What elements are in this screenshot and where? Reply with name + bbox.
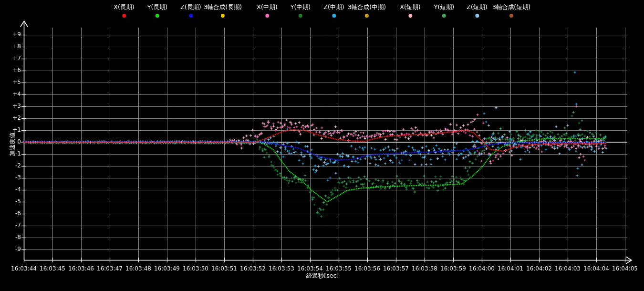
legend-color-dot-icon [156, 14, 159, 18]
y-tick-label: -5 [5, 198, 21, 205]
y-tick-label: +1 [5, 126, 21, 133]
legend-item: X(長期) [114, 4, 134, 20]
x-tick-label: 16:03:49 [152, 265, 182, 272]
y-tick-label: -3 [5, 174, 21, 181]
legend-label: Z(中期) [323, 4, 344, 10]
y-tick-label: 0 [5, 138, 21, 145]
legend-label: Y(中期) [291, 4, 311, 10]
x-tick-label: 16:03:46 [66, 265, 96, 272]
acceleration-chart-window: X(長期)Y(長期)Z(長期)3軸合成(長期)X(中期)Y(中期)Z(中期)3軸… [0, 0, 644, 291]
legend-item: Y(中期) [291, 4, 311, 20]
y-tick-label: -7 [5, 222, 21, 229]
y-tick-label: -9 [5, 246, 21, 252]
legend-item: Z(短期) [467, 4, 487, 20]
y-tick-label: -8 [5, 234, 21, 240]
y-tick-label: +8 [5, 43, 21, 50]
y-tick-label: +2 [5, 114, 21, 121]
y-tick-label: -1 [5, 150, 21, 157]
legend-item: 3軸合成(短期) [492, 4, 530, 20]
x-axis-title: 経過秒[sec] [294, 272, 351, 280]
legend-item: Z(長期) [180, 4, 201, 20]
legend-label: 3軸合成(長期) [204, 4, 242, 10]
legend-color-dot-icon [332, 14, 336, 18]
legend-item: X(中期) [257, 4, 277, 20]
x-tick-label: 16:03:55 [323, 265, 354, 272]
x-tick-label: 16:03:45 [37, 265, 68, 272]
legend-color-dot-icon [221, 14, 225, 18]
x-tick-label: 16:03:56 [352, 265, 383, 272]
chart-canvas [0, 0, 644, 291]
legend-color-dot-icon [509, 14, 513, 18]
y-tick-label: +7 [5, 55, 21, 62]
y-tick-label: -2 [5, 162, 21, 169]
legend-item: Y(短期) [434, 4, 454, 20]
x-tick-label: 16:03:44 [9, 265, 39, 272]
x-tick-label: 16:03:48 [123, 265, 154, 272]
x-tick-label: 16:04:04 [581, 265, 612, 272]
legend-label: Z(長期) [180, 4, 201, 10]
legend-label: Y(短期) [434, 4, 454, 10]
legend-label: 3軸合成(中期) [348, 4, 386, 10]
legend-color-dot-icon [189, 14, 193, 18]
x-tick-label: 16:03:54 [295, 265, 325, 272]
legend-item: 3軸合成(長期) [204, 4, 242, 20]
legend-color-dot-icon [442, 14, 446, 18]
legend-color-dot-icon [475, 14, 479, 18]
x-tick-label: 16:04:01 [495, 265, 526, 272]
legend-color-dot-icon [365, 14, 369, 18]
x-tick-label: 16:03:51 [209, 265, 239, 272]
x-tick-label: 16:03:50 [180, 265, 211, 272]
legend-label: X(長期) [114, 4, 134, 10]
legend-color-dot-icon [408, 14, 412, 18]
x-tick-label: 16:04:00 [467, 265, 497, 272]
legend-label: X(中期) [257, 4, 277, 10]
x-tick-label: 16:04:05 [610, 265, 640, 272]
y-tick-label: +4 [5, 91, 21, 97]
y-tick-label: -4 [5, 186, 21, 193]
legend-item: Z(中期) [323, 4, 344, 20]
y-tick-label: +6 [5, 67, 21, 73]
y-tick-label: +9 [5, 31, 21, 38]
legend: X(長期)Y(長期)Z(長期)3軸合成(長期)X(中期)Y(中期)Z(中期)3軸… [0, 0, 644, 19]
legend-item: X(短期) [400, 4, 420, 20]
legend-item: Y(長期) [147, 4, 167, 20]
x-tick-label: 16:03:47 [94, 265, 125, 272]
x-tick-label: 16:03:53 [266, 265, 297, 272]
legend-color-dot-icon [299, 14, 302, 18]
legend-color-dot-icon [265, 14, 269, 18]
legend-label: Y(長期) [147, 4, 167, 10]
legend-label: Z(短期) [467, 4, 487, 10]
x-tick-label: 16:03:57 [381, 265, 411, 272]
x-tick-label: 16:04:02 [524, 265, 554, 272]
legend-item: 3軸合成(中期) [348, 4, 386, 20]
y-tick-label: +5 [5, 79, 21, 85]
x-tick-label: 16:03:59 [438, 265, 468, 272]
legend-label: X(短期) [400, 4, 420, 10]
x-tick-label: 16:03:58 [409, 265, 440, 272]
legend-label: 3軸合成(短期) [492, 4, 530, 10]
x-tick-label: 16:04:03 [552, 265, 583, 272]
x-tick-label: 16:03:52 [238, 265, 268, 272]
y-tick-label: +3 [5, 103, 21, 109]
y-tick-label: -6 [5, 210, 21, 217]
legend-color-dot-icon [122, 14, 126, 18]
